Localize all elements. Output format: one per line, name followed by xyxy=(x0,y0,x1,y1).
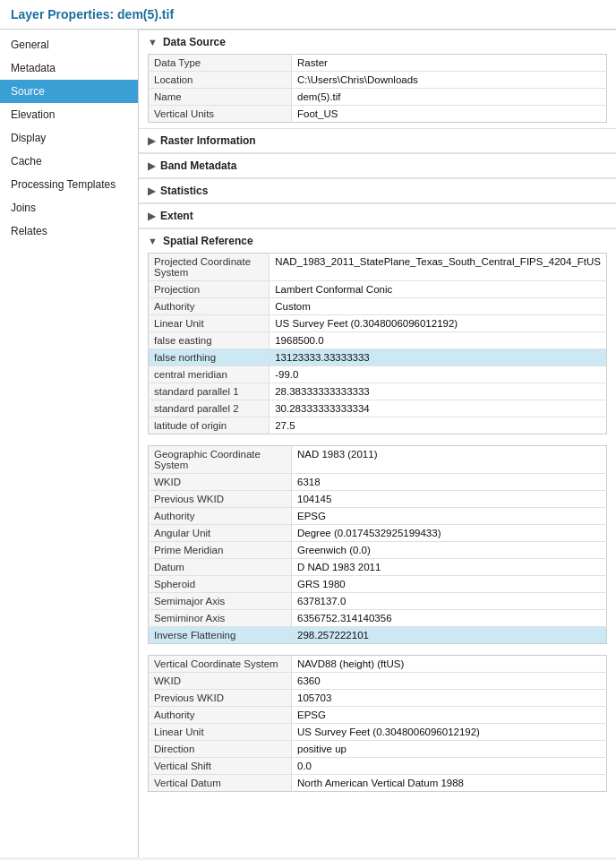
sidebar-item-general[interactable]: General xyxy=(0,33,138,56)
geographic-value-10: 298.257222101 xyxy=(292,627,607,644)
statistics-section: ▶ Statistics xyxy=(139,178,616,203)
vertical-value-4: US Survey Feet (0.3048006096012192) xyxy=(292,724,607,741)
statistics-arrow: ▶ xyxy=(148,185,155,197)
data-source-row-2: Name dem(5).tif xyxy=(149,89,607,106)
data-source-row-1: Location C:\Users\Chris\Downloads xyxy=(149,72,607,89)
geographic-key-5: Prime Meridian xyxy=(149,542,292,559)
projected-row-0: Projected Coordinate System NAD_1983_201… xyxy=(149,254,607,281)
data-source-table-container: Data Type Raster Location C:\Users\Chris… xyxy=(139,54,616,128)
data-source-key-0: Data Type xyxy=(149,55,292,72)
vertical-key-3: Authority xyxy=(149,707,292,724)
geographic-key-2: Previous WKID xyxy=(149,491,292,508)
data-source-key-2: Name xyxy=(149,89,292,106)
geographic-key-8: Semimajor Axis xyxy=(149,593,292,610)
projected-key-0: Projected Coordinate System xyxy=(149,254,270,281)
vertical-value-0: NAVD88 (height) (ftUS) xyxy=(292,656,607,673)
projected-row-6: central meridian -99.0 xyxy=(149,366,607,383)
vertical-row-3: Authority EPSG xyxy=(149,707,607,724)
geographic-value-5: Greenwich (0.0) xyxy=(292,542,607,559)
data-source-header[interactable]: ▼ Data Source xyxy=(139,30,616,54)
vertical-value-5: positive up xyxy=(292,741,607,758)
projected-row-3: Linear Unit US Survey Feet (0.3048006096… xyxy=(149,315,607,332)
geographic-row-3: Authority EPSG xyxy=(149,508,607,525)
data-source-value-3: Foot_US xyxy=(292,106,607,123)
data-source-table: Data Type Raster Location C:\Users\Chris… xyxy=(148,54,607,123)
vertical-value-2: 105703 xyxy=(292,690,607,707)
geographic-row-1: WKID 6318 xyxy=(149,474,607,491)
vertical-key-0: Vertical Coordinate System xyxy=(149,656,292,673)
raster-information-label: Raster Information xyxy=(160,134,256,147)
vertical-key-7: Vertical Datum xyxy=(149,775,292,792)
sidebar-item-relates[interactable]: Relates xyxy=(0,219,138,243)
projected-value-1: Lambert Conformal Conic xyxy=(270,281,607,298)
geographic-key-1: WKID xyxy=(149,474,292,491)
projected-value-9: 27.5 xyxy=(270,417,607,434)
vertical-row-4: Linear Unit US Survey Feet (0.3048006096… xyxy=(149,724,607,741)
spatial-reference-section: ▼ Spatial Reference Projected Coordinate… xyxy=(139,228,616,797)
geographic-key-3: Authority xyxy=(149,508,292,525)
window-title: Layer Properties: dem(5).tif xyxy=(0,0,616,30)
projected-row-2: Authority Custom xyxy=(149,298,607,315)
geographic-row-10: Inverse Flattening 298.257222101 xyxy=(149,627,607,644)
projected-value-4: 1968500.0 xyxy=(270,332,607,349)
extent-label: Extent xyxy=(160,210,193,222)
sidebar-item-processing-templates[interactable]: Processing Templates xyxy=(0,173,138,196)
spatial-reference-header[interactable]: ▼ Spatial Reference xyxy=(139,228,616,253)
vertical-key-6: Vertical Shift xyxy=(149,758,292,775)
spatial-reference-label: Spatial Reference xyxy=(163,235,253,247)
content-area: ▼ Data Source Data Type Raster Location … xyxy=(139,30,616,857)
geographic-key-9: Semiminor Axis xyxy=(149,610,292,627)
geographic-row-0: Geographic Coordinate System NAD 1983 (2… xyxy=(149,446,607,474)
vertical-row-7: Vertical Datum North American Vertical D… xyxy=(149,775,607,792)
band-metadata-section: ▶ Band Metadata xyxy=(139,153,616,178)
vertical-key-4: Linear Unit xyxy=(149,724,292,741)
geographic-key-6: Datum xyxy=(149,559,292,576)
raster-information-header[interactable]: ▶ Raster Information xyxy=(139,128,616,153)
vertical-table: Vertical Coordinate System NAVD88 (heigh… xyxy=(148,655,607,792)
geographic-value-8: 6378137.0 xyxy=(292,593,607,610)
sidebar-item-elevation[interactable]: Elevation xyxy=(0,103,138,126)
geographic-key-10: Inverse Flattening xyxy=(149,627,292,644)
band-metadata-header[interactable]: ▶ Band Metadata xyxy=(139,153,616,178)
projected-row-5: false northing 13123333.33333333 xyxy=(149,349,607,366)
spatial-reference-table-container: Projected Coordinate System NAD_1983_201… xyxy=(139,253,616,440)
sidebar-item-joins[interactable]: Joins xyxy=(0,196,138,219)
projected-value-6: -99.0 xyxy=(270,366,607,383)
geographic-key-7: Spheroid xyxy=(149,576,292,593)
geographic-row-5: Prime Meridian Greenwich (0.0) xyxy=(149,542,607,559)
data-source-value-2: dem(5).tif xyxy=(292,89,607,106)
projected-key-7: standard parallel 1 xyxy=(149,383,270,400)
geographic-value-2: 104145 xyxy=(292,491,607,508)
vertical-value-7: North American Vertical Datum 1988 xyxy=(292,775,607,792)
statistics-label: Statistics xyxy=(160,185,208,197)
data-source-label: Data Source xyxy=(163,36,226,48)
sidebar-item-cache[interactable]: Cache xyxy=(0,150,138,173)
sidebar: GeneralMetadataSourceElevationDisplayCac… xyxy=(0,30,139,857)
projected-value-5: 13123333.33333333 xyxy=(270,349,607,366)
sidebar-item-display[interactable]: Display xyxy=(0,126,138,150)
geographic-row-2: Previous WKID 104145 xyxy=(149,491,607,508)
geographic-key-0: Geographic Coordinate System xyxy=(149,446,292,474)
geographic-table-container: Geographic Coordinate System NAD 1983 (2… xyxy=(139,445,616,649)
projected-key-4: false easting xyxy=(149,332,270,349)
extent-header[interactable]: ▶ Extent xyxy=(139,203,616,228)
band-metadata-arrow: ▶ xyxy=(148,160,155,172)
projected-row-1: Projection Lambert Conformal Conic xyxy=(149,281,607,298)
data-source-key-1: Location xyxy=(149,72,292,89)
projected-row-9: latitude of origin 27.5 xyxy=(149,417,607,434)
statistics-header[interactable]: ▶ Statistics xyxy=(139,178,616,203)
vertical-row-1: WKID 6360 xyxy=(149,673,607,690)
projected-value-0: NAD_1983_2011_StatePlane_Texas_South_Cen… xyxy=(270,254,607,281)
geographic-value-9: 6356752.314140356 xyxy=(292,610,607,627)
sidebar-item-metadata[interactable]: Metadata xyxy=(0,56,138,80)
projected-key-9: latitude of origin xyxy=(149,417,270,434)
sidebar-item-source[interactable]: Source xyxy=(0,80,138,103)
projected-value-8: 30.28333333333334 xyxy=(270,400,607,417)
data-source-arrow: ▼ xyxy=(148,37,158,47)
projected-key-3: Linear Unit xyxy=(149,315,270,332)
geographic-table: Geographic Coordinate System NAD 1983 (2… xyxy=(148,445,607,644)
projected-value-2: Custom xyxy=(270,298,607,315)
projected-key-6: central meridian xyxy=(149,366,270,383)
vertical-row-2: Previous WKID 105703 xyxy=(149,690,607,707)
data-source-section: ▼ Data Source Data Type Raster Location … xyxy=(139,30,616,128)
